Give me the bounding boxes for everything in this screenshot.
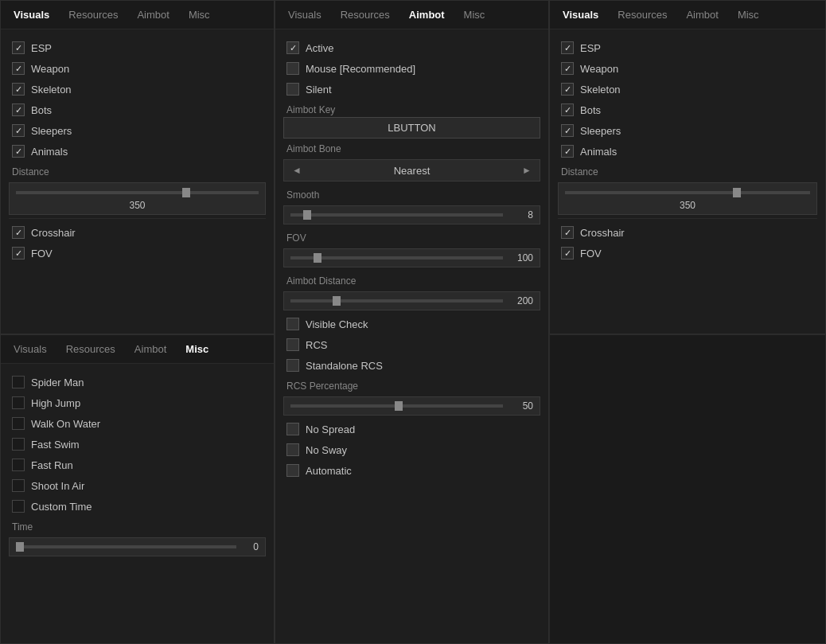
- r-fov-checkbox[interactable]: [561, 247, 574, 260]
- left-top-nav-visuals[interactable]: Visuals: [10, 7, 53, 22]
- crosshair-item[interactable]: Crosshair: [9, 222, 266, 243]
- r-bots-item[interactable]: Bots: [558, 100, 817, 120]
- fov-label-aimbot: FOV: [283, 228, 540, 245]
- spiderman-item[interactable]: Spider Man: [9, 372, 266, 392]
- weapon-item[interactable]: Weapon: [9, 58, 266, 79]
- mid-nav-misc[interactable]: Misc: [461, 7, 489, 22]
- highjump-item[interactable]: High Jump: [9, 392, 266, 413]
- fastrun-item[interactable]: Fast Run: [9, 455, 266, 475]
- standalone-rcs-checkbox[interactable]: [286, 359, 299, 372]
- silent-row[interactable]: Silent: [283, 79, 540, 100]
- r-esp-checkbox[interactable]: [561, 41, 574, 54]
- weapon-checkbox[interactable]: [12, 62, 25, 75]
- customtime-checkbox[interactable]: [12, 500, 25, 513]
- r-crosshair-item[interactable]: Crosshair: [558, 222, 817, 243]
- time-slider[interactable]: 0: [9, 537, 266, 556]
- right-top-nav-misc[interactable]: Misc: [734, 7, 762, 22]
- visible-check-row[interactable]: Visible Check: [283, 314, 540, 334]
- r-sleepers-checkbox[interactable]: [561, 124, 574, 137]
- sleepers-checkbox[interactable]: [12, 124, 25, 137]
- customtime-item[interactable]: Custom Time: [9, 496, 266, 517]
- aimbot-distance-value: 200: [509, 295, 533, 306]
- left-top-nav-aimbot[interactable]: Aimbot: [134, 7, 172, 22]
- no-sway-checkbox[interactable]: [286, 443, 299, 456]
- animals-item[interactable]: Animals: [9, 141, 266, 162]
- silent-checkbox[interactable]: [286, 83, 299, 96]
- r-esp-item[interactable]: ESP: [558, 37, 817, 58]
- rcs-percentage-slider[interactable]: 50: [283, 396, 540, 416]
- walkonwater-item[interactable]: Walk On Water: [9, 413, 266, 434]
- fov-item[interactable]: FOV: [9, 243, 266, 263]
- r-fov-item[interactable]: FOV: [558, 243, 817, 263]
- highjump-label: High Jump: [31, 397, 80, 409]
- left-bot-nav-visuals[interactable]: Visuals: [10, 342, 50, 357]
- no-spread-checkbox[interactable]: [286, 423, 299, 435]
- right-top-nav: Visuals Resources Aimbot Misc: [550, 1, 825, 29]
- rcs-row[interactable]: RCS: [283, 334, 540, 355]
- shootinair-item[interactable]: Shoot In Air: [9, 475, 266, 496]
- bots-item[interactable]: Bots: [9, 100, 266, 120]
- fov-slider[interactable]: 100: [283, 248, 540, 267]
- r-animals-checkbox[interactable]: [561, 145, 574, 158]
- r-bots-checkbox[interactable]: [561, 103, 574, 116]
- smooth-slider[interactable]: 8: [283, 205, 540, 224]
- esp-item[interactable]: ESP: [9, 37, 266, 58]
- esp-checkbox[interactable]: [12, 41, 25, 54]
- left-bot-nav-misc[interactable]: Misc: [182, 342, 212, 357]
- r-sleepers-item[interactable]: Sleepers: [558, 120, 817, 141]
- mouse-row[interactable]: Mouse [Recommended]: [283, 58, 540, 79]
- animals-checkbox[interactable]: [12, 145, 25, 158]
- left-bot-nav-aimbot[interactable]: Aimbot: [131, 342, 169, 357]
- mouse-checkbox[interactable]: [286, 62, 299, 75]
- distance-slider[interactable]: 350: [9, 182, 266, 215]
- r-animals-item[interactable]: Animals: [558, 141, 817, 162]
- fastrun-checkbox[interactable]: [12, 459, 25, 471]
- no-spread-row[interactable]: No Spread: [283, 419, 540, 439]
- left-top-nav-resources[interactable]: Resources: [65, 7, 121, 22]
- r-animals-label: Animals: [580, 146, 617, 158]
- active-row[interactable]: Active: [283, 37, 540, 58]
- fastswim-item[interactable]: Fast Swim: [9, 434, 266, 455]
- mid-nav-aimbot[interactable]: Aimbot: [406, 7, 448, 22]
- mid-nav-resources[interactable]: Resources: [337, 7, 393, 22]
- fastswim-checkbox[interactable]: [12, 438, 25, 451]
- aimbot-distance-slider[interactable]: 200: [283, 291, 540, 310]
- r-skeleton-item[interactable]: Skeleton: [558, 79, 817, 100]
- walkonwater-checkbox[interactable]: [12, 417, 25, 430]
- crosshair-checkbox[interactable]: [12, 226, 25, 239]
- visible-check-checkbox[interactable]: [286, 318, 299, 330]
- fov-checkbox[interactable]: [12, 247, 25, 260]
- automatic-checkbox[interactable]: [286, 464, 299, 477]
- fov-value: 100: [509, 252, 533, 263]
- skeleton-checkbox[interactable]: [12, 83, 25, 96]
- r-fov-label: FOV: [580, 248, 602, 260]
- spiderman-checkbox[interactable]: [12, 376, 25, 388]
- right-top-nav-resources[interactable]: Resources: [614, 7, 670, 22]
- r-crosshair-checkbox[interactable]: [561, 226, 574, 239]
- standalone-rcs-row[interactable]: Standalone RCS: [283, 355, 540, 376]
- no-sway-row[interactable]: No Sway: [283, 439, 540, 460]
- right-top-nav-visuals[interactable]: Visuals: [559, 7, 602, 22]
- left-bot-nav-resources[interactable]: Resources: [63, 342, 119, 357]
- r-weapon-checkbox[interactable]: [561, 62, 574, 75]
- weapon-label: Weapon: [31, 63, 69, 75]
- silent-label: Silent: [306, 84, 332, 96]
- automatic-row[interactable]: Automatic: [283, 460, 540, 481]
- shootinair-checkbox[interactable]: [12, 479, 25, 492]
- bone-next-button[interactable]: ►: [514, 160, 540, 181]
- rcs-checkbox[interactable]: [286, 338, 299, 351]
- aimbot-key-button[interactable]: LBUTTON: [283, 117, 540, 139]
- r-distance-slider[interactable]: 350: [558, 182, 817, 215]
- left-top-nav-misc[interactable]: Misc: [185, 7, 213, 22]
- skeleton-item[interactable]: Skeleton: [9, 79, 266, 100]
- r-skeleton-checkbox[interactable]: [561, 83, 574, 96]
- mid-nav-visuals[interactable]: Visuals: [285, 7, 325, 22]
- active-checkbox[interactable]: [286, 41, 299, 54]
- fastrun-label: Fast Run: [31, 459, 73, 471]
- bots-checkbox[interactable]: [12, 103, 25, 116]
- bone-prev-button[interactable]: ◄: [284, 160, 310, 181]
- sleepers-item[interactable]: Sleepers: [9, 120, 266, 141]
- r-weapon-item[interactable]: Weapon: [558, 58, 817, 79]
- highjump-checkbox[interactable]: [12, 396, 25, 409]
- right-top-nav-aimbot[interactable]: Aimbot: [683, 7, 721, 22]
